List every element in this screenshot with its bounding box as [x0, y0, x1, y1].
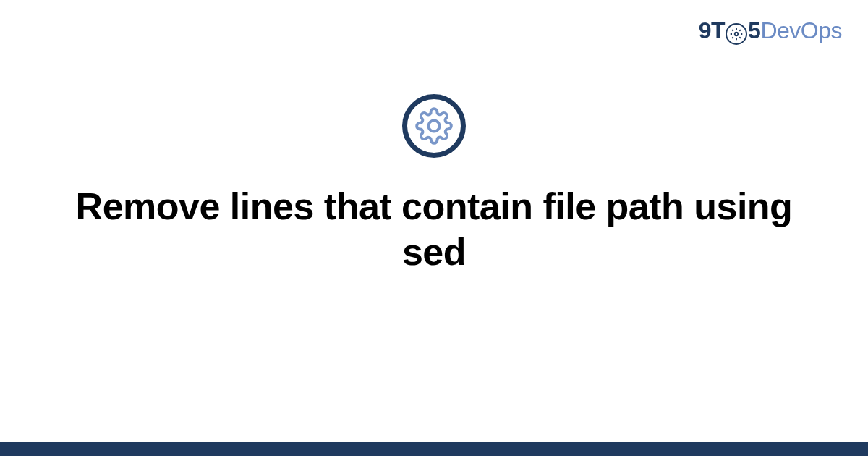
- brand-logo: 9T 5DevOps: [699, 17, 842, 45]
- gear-icon: [402, 94, 466, 158]
- brand-text-9t: 9T: [699, 17, 725, 43]
- svg-point-0: [735, 33, 739, 36]
- brand-text-devops: DevOps: [760, 17, 842, 43]
- page-title: Remove lines that contain file path usin…: [54, 184, 814, 276]
- footer-accent-bar: [0, 442, 868, 456]
- brand-text-5: 5: [748, 17, 760, 43]
- content-area: Remove lines that contain file path usin…: [0, 94, 868, 276]
- brand-gear-icon: [726, 23, 747, 45]
